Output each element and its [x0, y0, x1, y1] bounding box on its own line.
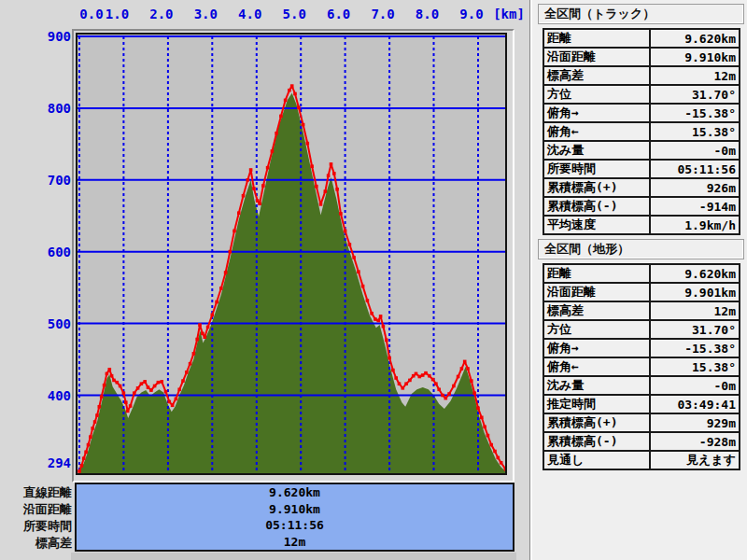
- stat-label: 累積標高(-): [543, 432, 650, 451]
- summary-label: 沿面距離: [0, 501, 72, 518]
- elevation-profile-window: 0.01.02.03.04.05.06.07.08.09.0 [km] 9008…: [0, 0, 747, 560]
- x-axis-tick-label: 1.0: [96, 7, 137, 21]
- stat-value: -914m: [650, 197, 740, 216]
- stat-value: 9.901km: [650, 283, 740, 301]
- stat-label: 所要時間: [543, 160, 650, 178]
- stat-label: 沿面距離: [543, 48, 650, 66]
- stats-table-terrain: 距離9.620km沿面距離9.901km標高差12m方位31.70°俯角→-15…: [543, 263, 740, 470]
- chart-frame: [72, 29, 514, 483]
- stat-value: 1.9km/h: [650, 216, 740, 234]
- y-axis-tick-label: 400: [24, 388, 71, 404]
- stat-label: 累積標高(+): [543, 178, 650, 197]
- stat-label: 平均速度: [543, 216, 650, 234]
- summary-label: 直線距離: [0, 484, 72, 501]
- stat-row: 累積標高(-)-928m: [543, 432, 740, 451]
- y-axis-tick-label: 500: [24, 316, 71, 332]
- summary-panel: 9.620km9.910km05:11:5612m: [75, 483, 514, 552]
- x-axis-tick-label: 6.0: [318, 7, 359, 21]
- y-axis-tick-label: 600: [24, 245, 71, 260]
- summary-value: 9.910km: [77, 501, 513, 518]
- stat-value: 見えます: [650, 451, 740, 469]
- stat-label: 距離: [543, 29, 650, 48]
- stat-value: 9.620km: [650, 264, 740, 283]
- stat-label: 累積標高(+): [543, 413, 650, 432]
- stats-table-track: 距離9.620km沿面距離9.910km標高差12m方位31.70°俯角→-15…: [543, 28, 740, 235]
- stat-label: 俯角←: [543, 122, 650, 141]
- y-axis-min-label: 294: [24, 455, 71, 471]
- stat-row: 俯角←15.38°: [543, 122, 740, 141]
- summary-label: 標高差: [0, 535, 72, 552]
- summary-value: 9.620km: [77, 484, 513, 501]
- x-axis-unit-label: [km]: [486, 7, 531, 21]
- stat-row: 俯角←15.38°: [543, 357, 740, 376]
- x-axis-tick-label: 5.0: [274, 7, 315, 21]
- x-axis-tick-label: 2.0: [141, 7, 182, 21]
- x-axis-tick-label: 8.0: [407, 7, 448, 21]
- stat-value: 12m: [650, 301, 740, 320]
- stat-label: 累積標高(-): [543, 197, 650, 216]
- stat-row: 平均速度1.9km/h: [543, 216, 740, 234]
- y-axis-tick-label: 700: [24, 173, 71, 189]
- summary-value: 05:11:56: [77, 517, 513, 534]
- stat-row: 距離9.620km: [543, 264, 740, 283]
- stat-row: 俯角→-15.38°: [543, 339, 740, 357]
- stat-value: 03:49:41: [650, 395, 740, 413]
- stat-value: 15.38°: [650, 122, 740, 141]
- y-axis-tick-label: 900: [24, 29, 71, 45]
- elevation-chart-canvas: [78, 35, 505, 473]
- stat-label: 俯角←: [543, 357, 650, 376]
- stat-value: 9.620km: [650, 29, 740, 48]
- stat-row: 推定時間03:49:41: [543, 395, 740, 413]
- stat-row: 標高差12m: [543, 66, 740, 85]
- stat-label: 推定時間: [543, 395, 650, 413]
- terrain-area-shape: [79, 93, 505, 473]
- stat-label: 方位: [543, 320, 650, 339]
- x-axis-tick-label: 4.0: [230, 7, 271, 21]
- stat-label: 俯角→: [543, 104, 650, 122]
- stat-row: 見通し見えます: [543, 451, 740, 469]
- stat-value: -15.38°: [650, 339, 740, 357]
- stat-label: 方位: [543, 85, 650, 104]
- stat-row: 沈み量-0m: [543, 141, 740, 160]
- summary-value: 12m: [77, 534, 513, 551]
- stat-value: -928m: [650, 432, 740, 451]
- stat-value: 9.910km: [650, 48, 740, 66]
- stat-row: 所要時間05:11:56: [543, 160, 740, 178]
- stat-row: 沿面距離9.910km: [543, 48, 740, 66]
- stat-value: 15.38°: [650, 357, 740, 376]
- stat-row: 方位31.70°: [543, 320, 740, 339]
- stat-row: 沿面距離9.901km: [543, 283, 740, 301]
- stat-value: 31.70°: [650, 320, 740, 339]
- stat-label: 沈み量: [543, 376, 650, 395]
- stat-row: 沈み量-0m: [543, 376, 740, 395]
- stat-label: 標高差: [543, 301, 650, 320]
- summary-label: 所要時間: [0, 518, 72, 535]
- stats-region: 全区間（トラック） 距離9.620km沿面距離9.910km標高差12m方位31…: [529, 0, 747, 560]
- stat-value: -0m: [650, 141, 740, 160]
- stat-value: 929m: [650, 413, 740, 432]
- stat-row: 標高差12m: [543, 301, 740, 320]
- stat-row: 俯角→-15.38°: [543, 104, 740, 122]
- y-axis-tick-label: 800: [24, 101, 71, 117]
- stat-label: 距離: [543, 264, 650, 283]
- panel-header-track: 全区間（トラック）: [538, 4, 744, 24]
- elevation-plot-area[interactable]: [76, 33, 507, 475]
- chart-region: 0.01.02.03.04.05.06.07.08.09.0 [km] 9008…: [0, 0, 529, 560]
- stat-row: 距離9.620km: [543, 29, 740, 48]
- panel-header-terrain: 全区間（地形）: [538, 239, 744, 259]
- stat-label: 沿面距離: [543, 283, 650, 301]
- stat-row: 累積標高(+)926m: [543, 178, 740, 197]
- bottom-strip: [71, 553, 516, 560]
- stat-value: -0m: [650, 376, 740, 395]
- stat-value: 12m: [650, 66, 740, 85]
- stat-label: 俯角→: [543, 339, 650, 357]
- stat-row: 累積標高(+)929m: [543, 413, 740, 432]
- stat-value: 926m: [650, 178, 740, 197]
- stat-label: 沈み量: [543, 141, 650, 160]
- x-axis-tick-label: 7.0: [362, 7, 403, 21]
- stat-value: -15.38°: [650, 104, 740, 122]
- x-axis-tick-label: 3.0: [185, 7, 226, 21]
- stat-label: 標高差: [543, 66, 650, 85]
- stat-value: 31.70°: [650, 85, 740, 104]
- stat-value: 05:11:56: [650, 160, 740, 178]
